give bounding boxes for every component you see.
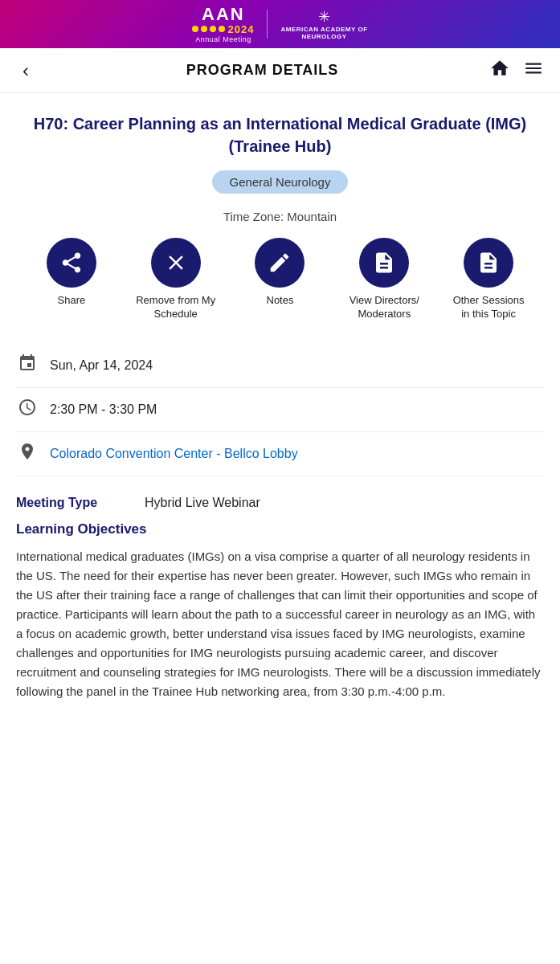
remove-action[interactable]: Remove from My Schedule (136, 238, 216, 321)
page-title: PROGRAM DETAILS (186, 62, 339, 79)
location-svg (18, 442, 37, 461)
main-content: H70: Career Planning as an International… (0, 93, 560, 725)
directors-icon (372, 251, 396, 275)
directors-circle (359, 238, 409, 288)
share-icon (59, 251, 84, 275)
navbar: ‹ PROGRAM DETAILS (0, 48, 560, 93)
clock-svg (18, 398, 37, 417)
date-text: Sun, Apr 14, 2024 (50, 358, 153, 373)
aan-annual-meeting: Annual Meeting (195, 35, 251, 43)
details-section: Meeting Type Hybrid Live Webinar Learnin… (16, 483, 544, 701)
aan-right-text-1: AMERICAN ACADEMY OF (280, 26, 367, 33)
meeting-type-value: Hybrid Live Webinar (145, 496, 260, 510)
share-circle (47, 238, 96, 288)
timezone: Time Zone: Mountain (16, 210, 544, 223)
session-tag[interactable]: General Neurology (212, 170, 349, 194)
banner-divider (267, 10, 268, 39)
other-sessions-action[interactable]: Other Sessions in this Topic (448, 238, 529, 321)
aan-text: AAN (202, 6, 245, 23)
aan-right-text-2: NEUROLOGY (301, 33, 346, 40)
meeting-type-label: Meeting Type (16, 496, 145, 510)
dot-2 (201, 26, 207, 32)
learning-objectives-heading: Learning Objectives (16, 521, 544, 537)
other-sessions-label: Other Sessions in this Topic (448, 294, 529, 321)
other-sessions-circle (464, 238, 513, 288)
meeting-type-row: Meeting Type Hybrid Live Webinar (16, 496, 544, 510)
header-banner: AAN 2024 Annual Meeting ✳ AMERICAN ACADE… (0, 0, 560, 48)
learning-objectives-text: International medical graduates (IMGs) o… (16, 547, 544, 701)
other-sessions-icon (476, 251, 501, 275)
date-row: Sun, Apr 14, 2024 (16, 344, 544, 388)
star-icon: ✳ (318, 8, 330, 26)
learning-objectives-section: Learning Objectives International medica… (16, 521, 544, 701)
aan-dots: 2024 (192, 23, 254, 35)
remove-circle (151, 238, 201, 288)
directors-label: View Directors/ Moderators (344, 294, 424, 321)
home-icon (489, 58, 510, 79)
location-row: Colorado Convention Center - Bellco Lobb… (16, 432, 544, 476)
hamburger-icon (523, 58, 544, 79)
dot-1 (192, 26, 198, 32)
remove-label: Remove from My Schedule (136, 294, 216, 321)
dot-3 (210, 26, 216, 32)
actions-row: Share Remove from My Schedule Notes (16, 238, 544, 321)
notes-label: Notes (267, 294, 294, 308)
schedule-section: Sun, Apr 14, 2024 2:30 PM - 3:30 PM Colo… (16, 344, 544, 476)
location-link[interactable]: Colorado Convention Center - Bellco Lobb… (50, 447, 298, 461)
directors-action[interactable]: View Directors/ Moderators (344, 238, 424, 321)
share-action[interactable]: Share (31, 238, 112, 308)
menu-button[interactable] (523, 58, 544, 84)
aan-year: 2024 (227, 23, 254, 35)
calendar-icon (16, 353, 39, 378)
home-button[interactable] (489, 58, 510, 84)
notes-action[interactable]: Notes (239, 238, 320, 308)
notes-icon (268, 251, 292, 275)
nav-icons (489, 58, 544, 84)
location-icon (16, 442, 39, 466)
back-button[interactable]: ‹ (16, 53, 35, 88)
calendar-svg (18, 353, 37, 373)
aan-right-logo: ✳ AMERICAN ACADEMY OF NEUROLOGY (280, 8, 367, 40)
dot-4 (219, 26, 225, 32)
tag-container: General Neurology (16, 170, 544, 194)
time-row: 2:30 PM - 3:30 PM (16, 388, 544, 432)
clock-icon (16, 398, 39, 422)
aan-logo: AAN 2024 Annual Meeting (192, 6, 254, 43)
notes-circle (255, 238, 305, 288)
time-text: 2:30 PM - 3:30 PM (50, 402, 157, 417)
remove-icon (164, 251, 188, 275)
share-label: Share (58, 294, 86, 308)
session-title: H70: Career Planning as an International… (16, 112, 544, 157)
